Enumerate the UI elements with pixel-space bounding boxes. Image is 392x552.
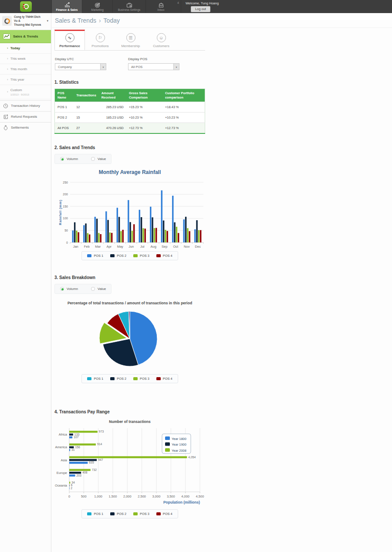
legend-item[interactable]: POS 4 bbox=[156, 254, 172, 258]
radio-value[interactable]: Value bbox=[91, 157, 106, 161]
legend-label: POS 3 bbox=[140, 254, 149, 258]
utc-select[interactable]: Company ▾ bbox=[55, 63, 106, 70]
table-row: POS 215185.23 USD+10.23 %+10.23 % bbox=[55, 112, 205, 123]
logout-button[interactable]: Log out bbox=[191, 6, 210, 12]
company-selector[interactable]: Cong ty TNHH Dich Vu & Thuong Mai Synova… bbox=[0, 13, 51, 30]
legend-item[interactable]: POS 2 bbox=[110, 512, 126, 516]
nav-item-marketing[interactable]: Marketing bbox=[82, 0, 112, 13]
nav-item-business-settings[interactable]: Business Settings bbox=[112, 0, 145, 13]
svg-text:31: 31 bbox=[71, 448, 75, 451]
legend-item[interactable]: POS 2 bbox=[110, 254, 126, 258]
svg-text:3,000: 3,000 bbox=[152, 494, 161, 498]
legend-item[interactable]: POS 1 bbox=[87, 377, 103, 381]
chevron-right-icon: › bbox=[7, 78, 8, 82]
nav-item-inbox[interactable]: Inbox bbox=[145, 0, 176, 13]
utc-filter-label: Display UTC bbox=[55, 57, 106, 61]
sidebar-item-settlements[interactable]: Settlements bbox=[0, 122, 51, 133]
svg-text:Africa: Africa bbox=[59, 433, 68, 436]
svg-text:4,000: 4,000 bbox=[181, 494, 189, 498]
company-swirl-icon bbox=[3, 17, 10, 25]
app-logo-glyph bbox=[22, 3, 30, 10]
nav-item-finance-sales[interactable]: Finance & Sales bbox=[51, 0, 82, 13]
legend-label: POS 4 bbox=[163, 254, 172, 258]
legend-box: POS 1POS 2POS 3POS 4 bbox=[81, 251, 178, 260]
tab-promotions[interactable]: ⚐ Promotions bbox=[85, 30, 115, 50]
sidebar-item-sales-trends[interactable]: Sales & Trends bbox=[0, 30, 51, 43]
radio-volume[interactable]: Volumn bbox=[60, 157, 78, 161]
stats-table-head-row: POS NameTransactionsAmount ReceivedGross… bbox=[55, 89, 205, 102]
svg-text:Apr: Apr bbox=[106, 245, 112, 249]
radio-value[interactable]: Value bbox=[91, 287, 106, 291]
radio-label: Volumn bbox=[67, 157, 78, 161]
rainfall-bar-chart: 050100150200250JanFebMarAprMayJunJulAugS… bbox=[58, 178, 206, 251]
radio-unselected-icon bbox=[91, 157, 95, 161]
sidebar-item-transaction-history[interactable]: Transaction History bbox=[0, 100, 51, 111]
legend-label: POS 4 bbox=[163, 512, 172, 516]
table-cell: +10.23 % bbox=[162, 112, 205, 123]
svg-text:150: 150 bbox=[63, 205, 68, 208]
svg-text:Aug: Aug bbox=[151, 245, 156, 249]
radio-volume[interactable]: Volumn bbox=[60, 287, 78, 291]
legend-item[interactable]: POS 1 bbox=[87, 254, 103, 258]
svg-text:May: May bbox=[117, 245, 123, 249]
sidebar-item-today[interactable]: › Today bbox=[0, 43, 51, 54]
stats-column-header: POS Name bbox=[55, 89, 74, 102]
legend-box: POS 1POS 2POS 3POS 4 bbox=[81, 509, 178, 518]
legend-swatch bbox=[133, 254, 138, 257]
svg-text:408: 408 bbox=[82, 471, 88, 474]
svg-text:500: 500 bbox=[81, 494, 87, 498]
table-cell: 285.23 USD bbox=[99, 102, 126, 112]
nav-item-label: Finance & Sales bbox=[56, 8, 78, 11]
history-clock-icon bbox=[3, 103, 8, 109]
sidebar-item-label: Refund Requests bbox=[11, 115, 37, 119]
breadcrumb-parent[interactable]: Sales & Trends bbox=[55, 17, 96, 24]
svg-text:Year 1900: Year 1900 bbox=[172, 443, 186, 446]
legend-item[interactable]: POS 4 bbox=[156, 377, 172, 381]
svg-text:1,500: 1,500 bbox=[109, 494, 117, 498]
tab-membership[interactable]: ☰ Membership bbox=[115, 30, 146, 50]
company-name-line2: Thuong Mai Synova bbox=[14, 23, 44, 27]
legend-item[interactable]: POS 3 bbox=[133, 254, 149, 258]
legend-item[interactable]: POS 2 bbox=[110, 377, 126, 381]
legend-swatch bbox=[156, 377, 161, 380]
sidebar-item-label: This year bbox=[10, 78, 24, 82]
pos-select-value: All POS bbox=[131, 65, 142, 69]
tab-label: Customers bbox=[153, 44, 169, 48]
legend-swatch bbox=[133, 377, 138, 380]
hbar-inner-legend: Year 1800Year 1900Year 2008 bbox=[162, 434, 191, 453]
sidebar-item-custom[interactable]: › Custom 1/2013 - 9/2013 bbox=[0, 85, 51, 99]
legend-label: POS 1 bbox=[94, 512, 103, 516]
legend-swatch bbox=[156, 512, 161, 515]
svg-text:107: 107 bbox=[74, 436, 79, 439]
legend-item[interactable]: POS 3 bbox=[133, 377, 149, 381]
legend-item[interactable]: POS 1 bbox=[87, 512, 103, 516]
legend-item[interactable]: POS 3 bbox=[133, 512, 149, 516]
tab-performance[interactable]: ∿ Performance bbox=[54, 30, 85, 50]
top-navigation-bar: Finance & Sales Marketing Business Setti… bbox=[0, 0, 392, 13]
pie-chart-title: Percentage of total transactions / amoun… bbox=[54, 301, 205, 305]
chevron-right-icon: › bbox=[7, 90, 8, 94]
svg-text:Jan: Jan bbox=[73, 245, 78, 249]
table-cell: 470.26 USD bbox=[99, 123, 126, 134]
svg-text:0: 0 bbox=[66, 241, 68, 244]
svg-text:4,500: 4,500 bbox=[196, 494, 204, 498]
bar-chart-title: Monthly Average Rainfall bbox=[54, 169, 205, 175]
inbox-count-badge: 4 bbox=[176, 0, 181, 13]
hbar-chart-title: Number of transactions bbox=[54, 419, 205, 424]
tab-customers[interactable]: ☺ Customers bbox=[146, 30, 176, 50]
legend-swatch bbox=[87, 377, 91, 380]
sidebar-item-this-year[interactable]: › This year bbox=[0, 75, 51, 85]
legend-swatch bbox=[110, 377, 115, 380]
app-logo-area[interactable] bbox=[0, 0, 51, 13]
sidebar-item-this-month[interactable]: › This month bbox=[0, 64, 51, 75]
sidebar-item-this-week[interactable]: › This week bbox=[0, 54, 51, 64]
svg-text:2,000: 2,000 bbox=[123, 494, 132, 498]
volume-value-radio-group: Volumn Value bbox=[54, 284, 112, 294]
nav-item-label: Business Settings bbox=[118, 8, 141, 11]
user-area: Welcome, Tung Hoang Log out bbox=[181, 0, 219, 13]
sidebar-item-refund-requests[interactable]: Refund Requests bbox=[0, 111, 51, 122]
legend-item[interactable]: POS 4 bbox=[156, 512, 172, 516]
target-icon bbox=[95, 2, 101, 8]
legend-swatch bbox=[110, 512, 115, 515]
pos-select[interactable]: All POS ▾ bbox=[128, 63, 179, 70]
